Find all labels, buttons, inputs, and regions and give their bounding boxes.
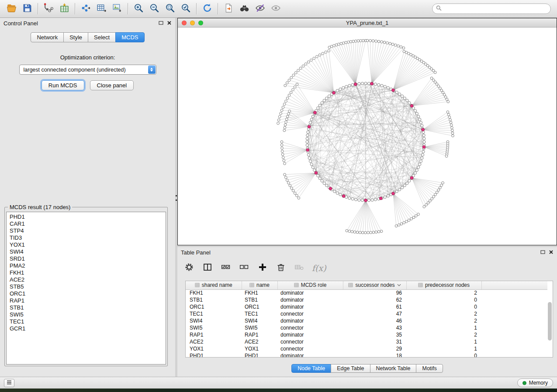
column-visibility-button[interactable]: [202, 262, 213, 274]
network-node[interactable]: [423, 206, 426, 208]
mcds-result-item[interactable]: STB5: [7, 283, 166, 290]
network-node[interactable]: [349, 41, 352, 43]
network-node[interactable]: [432, 196, 435, 198]
column-header-mcds-role[interactable]: MCDS role: [277, 281, 343, 289]
network-node[interactable]: [431, 198, 433, 200]
network-node[interactable]: [277, 122, 280, 125]
network-node[interactable]: [366, 39, 369, 42]
hide-selected-button[interactable]: [252, 2, 268, 16]
network-node[interactable]: [283, 103, 286, 106]
table-row[interactable]: ACE2ACE2connector311: [186, 338, 547, 345]
network-node[interactable]: [377, 230, 380, 233]
network-node[interactable]: [351, 83, 354, 86]
network-node[interactable]: [375, 40, 377, 42]
network-node[interactable]: [292, 189, 294, 192]
network-node[interactable]: [450, 124, 453, 127]
network-node[interactable]: [285, 118, 288, 120]
zoom-in-button[interactable]: [131, 2, 146, 16]
network-node[interactable]: [400, 223, 403, 225]
network-node[interactable]: [288, 79, 291, 82]
network-node[interactable]: [451, 132, 454, 134]
network-node[interactable]: [380, 230, 383, 233]
network-node[interactable]: [419, 118, 421, 121]
find-button[interactable]: [236, 2, 252, 16]
table-row[interactable]: TEC1TEC1connector472: [186, 310, 547, 317]
mcds-dominator-node[interactable]: [422, 145, 426, 148]
network-node[interactable]: [389, 42, 391, 45]
network-node[interactable]: [452, 134, 454, 137]
network-node[interactable]: [351, 198, 354, 200]
network-node[interactable]: [280, 112, 282, 115]
zoom-fit-button[interactable]: [162, 2, 178, 16]
network-node[interactable]: [285, 121, 287, 124]
network-node[interactable]: [403, 221, 405, 224]
network-node[interactable]: [361, 199, 363, 202]
export-table-button[interactable]: [93, 2, 109, 16]
network-node[interactable]: [400, 46, 402, 48]
network-node[interactable]: [285, 100, 287, 103]
close-panel-icon[interactable]: [549, 248, 554, 256]
network-node[interactable]: [356, 231, 359, 234]
network-node[interactable]: [372, 40, 374, 42]
table-row[interactable]: SWI4SWI4dominator462: [186, 317, 547, 324]
network-node[interactable]: [355, 40, 357, 42]
mcds-result-item[interactable]: TID3: [7, 234, 166, 241]
network-canvas[interactable]: [178, 28, 557, 244]
network-node[interactable]: [297, 69, 300, 72]
network-node[interactable]: [328, 95, 330, 97]
network-node[interactable]: [281, 153, 284, 156]
mcds-result-item[interactable]: SWI4: [7, 248, 166, 255]
network-node[interactable]: [401, 186, 403, 189]
network-node[interactable]: [348, 197, 351, 199]
network-node[interactable]: [338, 43, 340, 45]
network-node[interactable]: [348, 230, 351, 233]
network-node[interactable]: [417, 213, 420, 216]
network-node[interactable]: [386, 41, 389, 44]
network-node[interactable]: [387, 195, 389, 197]
network-node[interactable]: [282, 106, 284, 109]
network-node[interactable]: [367, 82, 370, 85]
column-header-predecessor-nodes[interactable]: predecessor nodes: [406, 281, 481, 289]
tab-style[interactable]: Style: [63, 32, 88, 42]
mcds-dominator-node[interactable]: [306, 148, 309, 151]
mcds-result-item[interactable]: PHD1: [7, 213, 166, 220]
network-node[interactable]: [335, 44, 338, 46]
network-node[interactable]: [381, 84, 383, 87]
network-node[interactable]: [374, 83, 377, 86]
network-node[interactable]: [383, 41, 386, 44]
network-node[interactable]: [444, 96, 447, 98]
import-network-button[interactable]: [41, 2, 56, 16]
network-node[interactable]: [367, 199, 370, 202]
network-node[interactable]: [286, 82, 288, 84]
network-node[interactable]: [370, 231, 372, 234]
select-all-rows-button[interactable]: [220, 262, 232, 274]
network-node[interactable]: [359, 231, 361, 234]
mcds-result-item[interactable]: YOX1: [7, 241, 166, 248]
close-panel-icon[interactable]: [167, 19, 172, 27]
mcds-result-item[interactable]: CAR1: [7, 220, 166, 227]
network-node[interactable]: [282, 156, 284, 159]
network-node[interactable]: [284, 127, 286, 129]
network-node[interactable]: [284, 162, 286, 165]
delete-column-button[interactable]: [275, 262, 287, 274]
network-node[interactable]: [307, 154, 310, 156]
table-row[interactable]: RAP1RAP1dominator352: [186, 331, 547, 338]
network-node[interactable]: [325, 97, 328, 100]
network-node[interactable]: [308, 157, 311, 159]
network-node[interactable]: [446, 111, 449, 113]
refresh-view-button[interactable]: [199, 2, 215, 16]
network-node[interactable]: [372, 231, 375, 234]
network-node[interactable]: [315, 55, 318, 58]
network-node[interactable]: [287, 182, 290, 184]
network-node[interactable]: [292, 74, 295, 76]
network-node[interactable]: [449, 119, 452, 121]
network-node[interactable]: [402, 47, 405, 49]
network-node[interactable]: [325, 184, 328, 187]
network-node[interactable]: [422, 150, 425, 153]
tab-motifs[interactable]: Motifs: [416, 364, 443, 373]
network-node[interactable]: [417, 166, 420, 168]
tab-mcds[interactable]: MCDS: [115, 32, 144, 42]
network-node[interactable]: [377, 83, 380, 86]
network-node[interactable]: [442, 182, 444, 184]
network-node[interactable]: [284, 84, 287, 87]
